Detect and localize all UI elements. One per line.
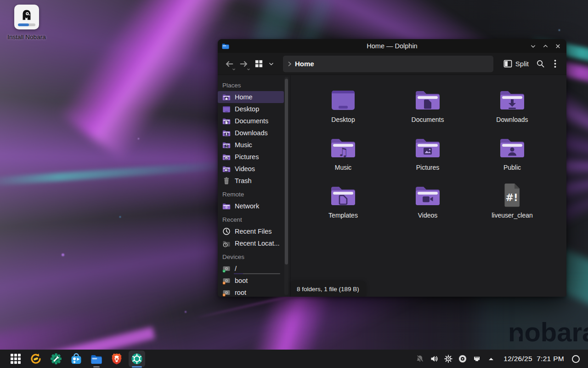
screen-icon: [328, 85, 358, 114]
svg-text:♫: ♫: [225, 144, 228, 149]
sidebar-item-music[interactable]: ♫Music: [218, 139, 282, 151]
sidebar-item-network[interactable]: Network: [218, 200, 282, 212]
file-label: Music: [335, 164, 352, 171]
view-mode-dropdown[interactable]: [266, 57, 276, 71]
disk-usage-bar: [234, 273, 280, 275]
file-item-music[interactable]: ♫Music: [301, 132, 385, 180]
sidebar-item-label: Downloads: [235, 129, 268, 137]
file-item-public[interactable]: Public: [470, 132, 554, 180]
display-settings-icon[interactable]: [443, 353, 454, 364]
sidebar-item-trash[interactable]: Trash: [218, 175, 282, 187]
file-label: Videos: [418, 212, 438, 219]
file-item-desktop[interactable]: Desktop: [301, 85, 385, 132]
circle-status-icon[interactable]: [572, 355, 580, 363]
nobara-watermark: nobara: [508, 316, 588, 347]
file-item-videos[interactable]: Videos: [385, 180, 470, 228]
optical-disc-icon[interactable]: [457, 353, 468, 364]
taskbar-dolphin[interactable]: [86, 350, 107, 368]
split-label: Split: [515, 60, 529, 68]
file-item-downloads[interactable]: Downloads: [470, 85, 554, 132]
install-nobara-icon: [14, 5, 39, 29]
file-item-pictures[interactable]: Pictures: [385, 132, 470, 180]
sidebar-item-label: Music: [235, 141, 252, 149]
sidebar-item-videos[interactable]: Videos: [218, 163, 282, 175]
clock-icon: [222, 227, 231, 236]
trash-icon: [222, 176, 231, 185]
sidebar-item-label: Network: [235, 202, 259, 210]
folder-doc-icon: [222, 116, 231, 126]
network-wired-icon[interactable]: [471, 353, 482, 364]
menu-button[interactable]: [548, 57, 562, 71]
file-label: liveuser_clean: [492, 212, 533, 219]
sidebar-item-label: Documents: [235, 117, 268, 125]
minimize-button[interactable]: [529, 42, 537, 50]
folder-video-icon: [222, 164, 231, 173]
system-update-icon: [29, 352, 42, 365]
sidebar-scrollbar-thumb[interactable]: [285, 79, 288, 264]
install-progress-bar: [18, 23, 35, 26]
taskbar-brave-browser[interactable]: [107, 350, 127, 368]
sidebar-item--[interactable]: /: [218, 263, 282, 275]
install-nobara-label: Install Nobara: [3, 34, 51, 40]
sidebar-item-desktop[interactable]: Desktop: [218, 103, 282, 115]
drive-ok-icon: [222, 264, 231, 273]
icons-view-icon: [254, 59, 263, 68]
sidebar-item-root[interactable]: root: [218, 287, 282, 297]
drive-x-icon: [222, 276, 231, 285]
titlebar[interactable]: Home — Dolphin: [218, 39, 566, 53]
sidebar-item-home[interactable]: Home: [218, 91, 284, 103]
install-nobara-desktop-icon[interactable]: Install Nobara: [3, 5, 51, 40]
taskbar-app-launcher[interactable]: [6, 350, 26, 368]
svg-text:#!: #!: [505, 192, 518, 203]
desktop: nobara Install Nobara Home — Dolphin: [0, 0, 588, 368]
back-button[interactable]: [222, 57, 236, 71]
sidebar-item-downloads[interactable]: Downloads: [218, 127, 282, 139]
volume-icon[interactable]: [429, 353, 440, 364]
file-label: Documents: [412, 116, 444, 123]
taskbar-system-update[interactable]: [26, 350, 46, 368]
sidebar-item-documents[interactable]: Documents: [218, 115, 282, 127]
notifications-muted-icon[interactable]: [414, 353, 425, 364]
sidebar-item-recent-files[interactable]: Recent Files: [218, 225, 282, 237]
file-label: Pictures: [416, 164, 440, 171]
sidebar-item-pictures[interactable]: Pictures: [218, 151, 282, 163]
sidebar-section-devices: Devices: [218, 249, 290, 263]
folder-template-icon: [328, 180, 358, 210]
file-label: Public: [503, 164, 521, 171]
folder-music-icon: ♫: [222, 140, 231, 150]
close-button[interactable]: [554, 42, 562, 50]
drive-x-icon: [222, 288, 231, 297]
folder-down-icon: [498, 85, 527, 114]
forward-history-chevron-icon: [247, 68, 250, 71]
sidebar-item-boot[interactable]: boot: [218, 275, 282, 287]
sidebar-item-label: root: [235, 289, 246, 296]
file-item-liveuser-clean[interactable]: #!liveuser_clean: [470, 180, 554, 228]
folder-view[interactable]: Desktop Documents Downloads ♫Music Pictu…: [290, 75, 566, 297]
taskbar-driver-manager[interactable]: [46, 350, 66, 368]
folder-image-icon: [413, 132, 442, 162]
search-button[interactable]: [533, 57, 547, 71]
maximize-icon: [542, 43, 549, 50]
split-button[interactable]: Split: [500, 57, 532, 71]
location-bar[interactable]: Home: [283, 56, 493, 72]
file-item-templates[interactable]: Templates: [301, 180, 385, 228]
toolbar: Home Split: [218, 53, 566, 75]
clock[interactable]: 12/26/25 7:21 PM: [503, 355, 564, 363]
folder-home-icon: [222, 92, 231, 102]
folder-net-icon: [222, 201, 231, 211]
maximize-button[interactable]: [541, 42, 549, 50]
file-item-documents[interactable]: Documents: [385, 85, 470, 132]
taskbar-screenshot-tool[interactable]: [127, 350, 147, 368]
breadcrumb[interactable]: Home: [295, 60, 314, 68]
forward-button[interactable]: [237, 57, 251, 71]
folder-video-icon: [413, 180, 442, 210]
script-icon: #!: [498, 180, 527, 210]
view-mode-button[interactable]: [252, 57, 266, 71]
taskbar-discover-store[interactable]: [66, 350, 86, 368]
sidebar-item-recent-locat-[interactable]: Recent Locat...: [218, 237, 282, 249]
folder-image-icon: [222, 152, 231, 161]
file-label: Downloads: [496, 116, 528, 123]
expand-tray-icon[interactable]: [486, 353, 497, 364]
sidebar-item-label: boot: [235, 277, 248, 284]
window-title: Home — Dolphin: [218, 42, 566, 50]
